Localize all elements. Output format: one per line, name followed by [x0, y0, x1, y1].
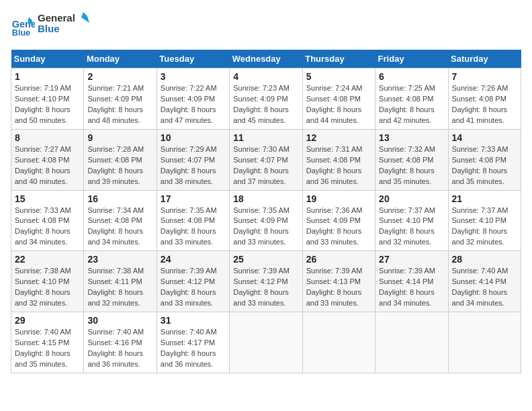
day-info: Sunrise: 7:32 AM Sunset: 4:08 PM Dayligh…	[379, 144, 444, 187]
day-info: Sunrise: 7:39 AM Sunset: 4:13 PM Dayligh…	[306, 266, 371, 309]
calendar-week-row: 8 Sunrise: 7:27 AM Sunset: 4:08 PM Dayli…	[11, 129, 521, 190]
day-cell-31: 31 Sunrise: 7:40 AM Sunset: 4:17 PM Dayl…	[157, 312, 229, 373]
day-cell-5: 5 Sunrise: 7:24 AM Sunset: 4:08 PM Dayli…	[302, 68, 375, 130]
day-number: 4	[233, 71, 298, 82]
day-info: Sunrise: 7:26 AM Sunset: 4:08 PM Dayligh…	[452, 83, 517, 126]
empty-cell	[375, 312, 448, 373]
day-number: 23	[87, 254, 152, 265]
day-cell-11: 11 Sunrise: 7:30 AM Sunset: 4:07 PM Dayl…	[230, 129, 302, 190]
day-info: Sunrise: 7:33 AM Sunset: 4:08 PM Dayligh…	[15, 205, 80, 248]
day-info: Sunrise: 7:40 AM Sunset: 4:16 PM Dayligh…	[87, 327, 152, 370]
day-info: Sunrise: 7:19 AM Sunset: 4:10 PM Dayligh…	[15, 83, 80, 126]
day-number: 26	[306, 254, 371, 265]
day-cell-22: 22 Sunrise: 7:38 AM Sunset: 4:10 PM Dayl…	[11, 251, 84, 312]
svg-text:Blue: Blue	[12, 28, 30, 38]
day-cell-9: 9 Sunrise: 7:28 AM Sunset: 4:08 PM Dayli…	[84, 129, 157, 190]
day-cell-13: 13 Sunrise: 7:32 AM Sunset: 4:08 PM Dayl…	[375, 129, 448, 190]
day-number: 29	[15, 315, 80, 326]
day-number: 3	[161, 71, 226, 82]
day-cell-7: 7 Sunrise: 7:26 AM Sunset: 4:08 PM Dayli…	[448, 68, 521, 130]
day-number: 28	[452, 254, 517, 265]
day-number: 24	[161, 254, 226, 265]
calendar-week-row: 1 Sunrise: 7:19 AM Sunset: 4:10 PM Dayli…	[11, 68, 521, 130]
day-cell-24: 24 Sunrise: 7:39 AM Sunset: 4:12 PM Dayl…	[157, 251, 229, 312]
calendar-week-row: 29 Sunrise: 7:40 AM Sunset: 4:15 PM Dayl…	[11, 312, 521, 373]
day-cell-18: 18 Sunrise: 7:35 AM Sunset: 4:09 PM Dayl…	[230, 190, 302, 251]
dow-header-friday: Friday	[375, 50, 448, 68]
day-number: 10	[161, 132, 226, 143]
day-cell-4: 4 Sunrise: 7:23 AM Sunset: 4:09 PM Dayli…	[230, 68, 302, 130]
day-number: 1	[15, 71, 80, 82]
day-info: Sunrise: 7:25 AM Sunset: 4:08 PM Dayligh…	[379, 83, 444, 126]
empty-cell	[448, 312, 521, 373]
logo-icon: General Blue	[11, 14, 35, 38]
day-info: Sunrise: 7:28 AM Sunset: 4:08 PM Dayligh…	[87, 144, 152, 187]
calendar-body: 1 Sunrise: 7:19 AM Sunset: 4:10 PM Dayli…	[11, 68, 521, 373]
day-info: Sunrise: 7:38 AM Sunset: 4:11 PM Dayligh…	[87, 266, 152, 309]
day-info: Sunrise: 7:23 AM Sunset: 4:09 PM Dayligh…	[233, 83, 298, 126]
day-info: Sunrise: 7:40 AM Sunset: 4:15 PM Dayligh…	[15, 327, 80, 370]
dow-header-tuesday: Tuesday	[157, 50, 229, 68]
day-info: Sunrise: 7:40 AM Sunset: 4:17 PM Dayligh…	[161, 327, 226, 370]
logo-svg: General Blue	[38, 11, 91, 39]
day-cell-26: 26 Sunrise: 7:39 AM Sunset: 4:13 PM Dayl…	[302, 251, 375, 312]
day-number: 5	[306, 71, 371, 82]
day-cell-14: 14 Sunrise: 7:33 AM Sunset: 4:08 PM Dayl…	[448, 129, 521, 190]
day-cell-2: 2 Sunrise: 7:21 AM Sunset: 4:09 PM Dayli…	[84, 68, 157, 130]
day-info: Sunrise: 7:35 AM Sunset: 4:08 PM Dayligh…	[161, 205, 226, 248]
day-cell-29: 29 Sunrise: 7:40 AM Sunset: 4:15 PM Dayl…	[11, 312, 84, 373]
day-cell-16: 16 Sunrise: 7:34 AM Sunset: 4:08 PM Dayl…	[84, 190, 157, 251]
day-info: Sunrise: 7:35 AM Sunset: 4:09 PM Dayligh…	[233, 205, 298, 248]
day-cell-8: 8 Sunrise: 7:27 AM Sunset: 4:08 PM Dayli…	[11, 129, 84, 190]
day-of-week-header-row: SundayMondayTuesdayWednesdayThursdayFrid…	[11, 50, 521, 68]
day-cell-6: 6 Sunrise: 7:25 AM Sunset: 4:08 PM Dayli…	[375, 68, 448, 130]
day-info: Sunrise: 7:33 AM Sunset: 4:08 PM Dayligh…	[452, 144, 517, 187]
empty-cell	[230, 312, 302, 373]
day-info: Sunrise: 7:40 AM Sunset: 4:14 PM Dayligh…	[452, 266, 517, 309]
day-cell-1: 1 Sunrise: 7:19 AM Sunset: 4:10 PM Dayli…	[11, 68, 84, 130]
calendar-table: SundayMondayTuesdayWednesdayThursdayFrid…	[11, 50, 521, 373]
day-cell-20: 20 Sunrise: 7:37 AM Sunset: 4:10 PM Dayl…	[375, 190, 448, 251]
day-number: 7	[452, 71, 517, 82]
day-number: 6	[379, 71, 444, 82]
dow-header-monday: Monday	[84, 50, 157, 68]
day-cell-23: 23 Sunrise: 7:38 AM Sunset: 4:11 PM Dayl…	[84, 251, 157, 312]
day-cell-17: 17 Sunrise: 7:35 AM Sunset: 4:08 PM Dayl…	[157, 190, 229, 251]
calendar-week-row: 22 Sunrise: 7:38 AM Sunset: 4:10 PM Dayl…	[11, 251, 521, 312]
day-info: Sunrise: 7:37 AM Sunset: 4:10 PM Dayligh…	[379, 205, 444, 248]
svg-text:General: General	[38, 12, 75, 24]
day-cell-21: 21 Sunrise: 7:37 AM Sunset: 4:10 PM Dayl…	[448, 190, 521, 251]
day-cell-27: 27 Sunrise: 7:39 AM Sunset: 4:14 PM Dayl…	[375, 251, 448, 312]
day-number: 11	[233, 132, 298, 143]
day-cell-19: 19 Sunrise: 7:36 AM Sunset: 4:09 PM Dayl…	[302, 190, 375, 251]
day-info: Sunrise: 7:37 AM Sunset: 4:10 PM Dayligh…	[452, 205, 517, 248]
day-info: Sunrise: 7:34 AM Sunset: 4:08 PM Dayligh…	[87, 205, 152, 248]
day-number: 22	[15, 254, 80, 265]
day-number: 15	[15, 193, 80, 204]
day-number: 25	[233, 254, 298, 265]
calendar-week-row: 15 Sunrise: 7:33 AM Sunset: 4:08 PM Dayl…	[11, 190, 521, 251]
dow-header-saturday: Saturday	[448, 50, 521, 68]
svg-marker-5	[81, 12, 91, 23]
dow-header-sunday: Sunday	[11, 50, 84, 68]
day-cell-30: 30 Sunrise: 7:40 AM Sunset: 4:16 PM Dayl…	[84, 312, 157, 373]
day-cell-3: 3 Sunrise: 7:22 AM Sunset: 4:09 PM Dayli…	[157, 68, 229, 130]
day-cell-25: 25 Sunrise: 7:39 AM Sunset: 4:12 PM Dayl…	[230, 251, 302, 312]
day-number: 16	[87, 193, 152, 204]
day-number: 31	[161, 315, 226, 326]
day-number: 19	[306, 193, 371, 204]
day-number: 8	[15, 132, 80, 143]
dow-header-thursday: Thursday	[302, 50, 375, 68]
day-info: Sunrise: 7:24 AM Sunset: 4:08 PM Dayligh…	[306, 83, 371, 126]
day-number: 18	[233, 193, 298, 204]
day-info: Sunrise: 7:36 AM Sunset: 4:09 PM Dayligh…	[306, 205, 371, 248]
day-number: 30	[87, 315, 152, 326]
day-info: Sunrise: 7:39 AM Sunset: 4:12 PM Dayligh…	[233, 266, 298, 309]
day-info: Sunrise: 7:39 AM Sunset: 4:14 PM Dayligh…	[379, 266, 444, 309]
day-number: 12	[306, 132, 371, 143]
page-header: General Blue General Blue	[11, 11, 521, 42]
day-number: 21	[452, 193, 517, 204]
day-number: 17	[161, 193, 226, 204]
day-info: Sunrise: 7:22 AM Sunset: 4:09 PM Dayligh…	[161, 83, 226, 126]
day-info: Sunrise: 7:21 AM Sunset: 4:09 PM Dayligh…	[87, 83, 152, 126]
